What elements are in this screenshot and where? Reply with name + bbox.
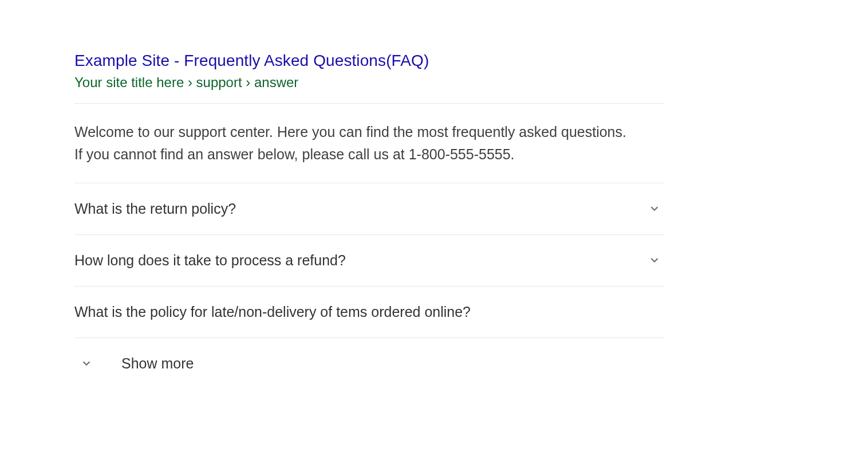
- search-result-block: Example Site - Frequently Asked Question…: [0, 0, 739, 372]
- faq-question: What is the policy for late/non-delivery…: [74, 304, 471, 320]
- faq-question: How long does it take to process a refun…: [74, 252, 346, 269]
- faq-item-late-delivery[interactable]: What is the policy for late/non-delivery…: [74, 286, 664, 338]
- chevron-down-icon: [648, 202, 661, 215]
- show-more-button[interactable]: Show more: [74, 338, 664, 372]
- faq-item-return-policy[interactable]: What is the return policy?: [74, 183, 664, 234]
- faq-item-refund-time[interactable]: How long does it take to process a refun…: [74, 234, 664, 286]
- result-title: Example Site - Frequently Asked Question…: [74, 52, 664, 70]
- show-more-label: Show more: [121, 355, 194, 372]
- chevron-down-icon: [80, 357, 93, 370]
- result-title-link[interactable]: Example Site - Frequently Asked Question…: [74, 52, 429, 69]
- result-description: Welcome to our support center. Here you …: [74, 104, 664, 183]
- chevron-down-icon: [648, 254, 661, 266]
- faq-question: What is the return policy?: [74, 201, 236, 217]
- description-line-1: Welcome to our support center. Here you …: [74, 124, 626, 140]
- breadcrumb: Your site title here › support › answer: [74, 74, 664, 103]
- description-line-2: If you cannot find an answer below, plea…: [74, 146, 515, 162]
